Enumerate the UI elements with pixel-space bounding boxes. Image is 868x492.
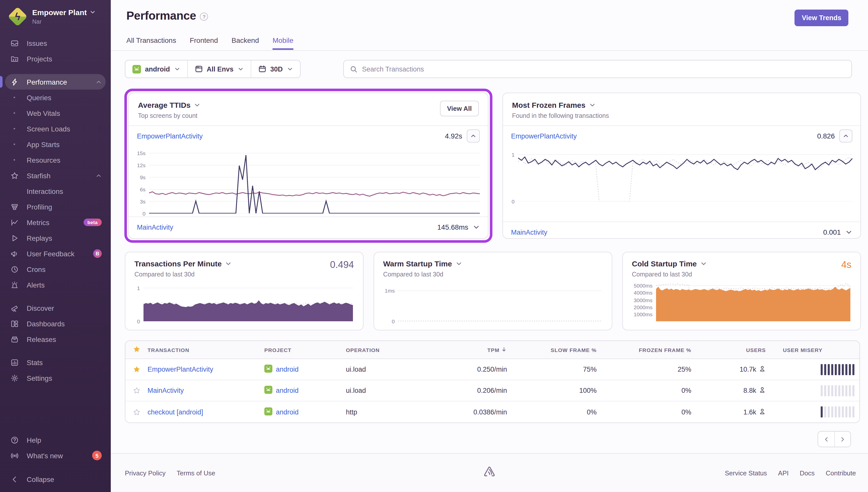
star-toggle[interactable] [125,366,148,373]
clock-icon [10,265,19,273]
frozen-frames-title-dropdown[interactable]: Most Frozen Frames [512,101,851,109]
column-header-OPERATION[interactable]: OPERATION [346,347,431,353]
transaction-link[interactable]: MainActivity [137,223,173,231]
sidebar-item-user-feedback[interactable]: User FeedbackB [5,246,106,261]
environment-filter[interactable]: All Envs [187,60,251,78]
tab-mobile[interactable]: Mobile [273,36,293,49]
expand-toggle-button[interactable] [845,229,852,236]
sidebar-item-app-starts[interactable]: App Starts [5,137,106,152]
sidebar-item-resources[interactable]: Resources [5,152,106,168]
search-input[interactable] [362,65,845,73]
warm-startup-title-dropdown[interactable]: Warm Startup Time [383,259,462,268]
org-switcher[interactable]: ϟ Empower Plant Nar [0,0,111,31]
sidebar-item-label: Performance [27,78,96,86]
sidebar-item-whats-new[interactable]: What's new5 [5,448,106,463]
frozen-frame-value: 25% [604,366,698,373]
project-link[interactable]: android [264,386,299,395]
help-question-icon[interactable]: ? [200,13,208,21]
view-trends-button[interactable]: View Trends [795,9,848,26]
prev-page-button[interactable] [818,432,834,447]
sidebar-item-queries[interactable]: Queries [5,90,106,105]
sidebar-item-profiling[interactable]: Profiling [5,199,106,215]
table-header: TRANSACTIONPROJECTOPERATIONTPMSLOW FRAME… [125,341,860,359]
org-name: Empower Plant [32,8,87,16]
tab-backend[interactable]: Backend [232,36,259,49]
chevron-down-icon [194,102,201,108]
sidebar-item-web-vitals[interactable]: Web Vitals [5,105,106,121]
footer-link-contribute[interactable]: Contribute [826,469,856,477]
footer-link-api[interactable]: API [778,469,789,477]
transaction-link[interactable]: EmpowerPlantActivity [148,366,213,373]
slow-frame-value: 0% [514,408,604,416]
column-header-star[interactable] [125,345,148,354]
star-toggle[interactable] [125,408,148,416]
sidebar-item-metrics[interactable]: Metricsbeta [5,215,106,230]
sidebar-item-dashboards[interactable]: Dashboards [5,316,106,331]
avg-ttids-title-dropdown[interactable]: Average TTIDs [138,101,440,109]
view-all-button[interactable]: View All [440,101,479,116]
sidebar-item-settings[interactable]: Settings [5,370,106,386]
sidebar-item-help[interactable]: Help [5,432,106,448]
user-misery-bars [773,385,860,396]
column-header-SLOW FRAME %[interactable]: SLOW FRAME % [514,347,604,353]
project-link[interactable]: android [264,407,299,417]
column-header-TRANSACTION[interactable]: TRANSACTION [148,347,264,353]
next-page-button[interactable] [834,432,850,447]
expand-toggle-button[interactable] [473,224,480,231]
sidebar-item-discover[interactable]: Discover [5,300,106,316]
column-header-FROZEN FRAME %[interactable]: FROZEN FRAME % [604,347,698,353]
sidebar-item-performance[interactable]: Performance [5,74,106,90]
sidebar-item-issues[interactable]: Issues [5,35,106,51]
tab-all-transactions[interactable]: All Transactions [126,36,176,49]
sidebar-item-releases[interactable]: Releases [5,331,106,347]
chevron-left-icon [10,475,19,484]
users-value: 1.6k [698,408,773,416]
sidebar-item-projects[interactable]: Projects [5,51,106,67]
footer-link-docs[interactable]: Docs [800,469,815,477]
footer-left-links: Privacy PolicyTerms of Use [125,454,215,492]
collapse-toggle-button[interactable] [467,129,480,143]
transaction-link[interactable]: EmpowerPlantActivity [137,132,203,140]
sidebar-item-starfish[interactable]: Starfish [5,168,106,183]
transaction-link[interactable]: MainActivity [148,387,184,394]
sidebar-item-crons[interactable]: Crons [5,261,106,277]
chevron-up-icon [96,172,102,178]
sidebar-item-alerts[interactable]: Alerts [5,277,106,293]
warm-startup-chart: 1ms0 [383,278,603,321]
footer-link-terms-of-use[interactable]: Terms of Use [177,469,215,477]
date-range-filter[interactable]: 30D [251,60,300,78]
sidebar-item-interactions[interactable]: Interactions [5,183,106,199]
bullet-icon [10,159,19,161]
column-header-USER MISERY[interactable]: USER MISERY [773,347,860,353]
chevron-down-icon [845,229,852,236]
sidebar-item-collapse[interactable]: Collapse [5,471,106,487]
project-link[interactable]: android [264,365,299,374]
tpm-title-dropdown[interactable]: Transactions Per Minute [134,259,232,268]
search-icon [350,65,357,73]
sidebar-item-screen-loads[interactable]: Screen Loads [5,121,106,137]
column-header-PROJECT[interactable]: PROJECT [264,347,346,353]
transaction-link[interactable]: EmpowerPlantActivity [511,132,577,140]
sidebar-item-label: Releases [27,335,102,343]
sidebar-item-replays[interactable]: Replays [5,230,106,246]
collapse-toggle-button[interactable] [839,129,852,143]
sidebar-item-stats[interactable]: Stats [5,354,106,370]
project-filter[interactable]: android [125,60,187,78]
help-icon [10,436,19,444]
transaction-link[interactable]: checkout [android] [148,408,203,416]
page-footer: Privacy PolicyTerms of Use Service Statu… [111,453,868,492]
cold-startup-value: 4s [841,259,851,270]
cold-startup-title-dropdown[interactable]: Cold Startup Time [632,259,707,268]
column-header-TPM[interactable]: TPM [431,346,514,353]
metrics-badge: beta [83,219,102,226]
frozen-frame-value: 0% [604,387,698,394]
footer-link-service-status[interactable]: Service Status [725,469,767,477]
star-toggle[interactable] [125,387,148,394]
footer-link-privacy-policy[interactable]: Privacy Policy [125,469,165,477]
transaction-link[interactable]: MainActivity [511,228,547,236]
sidebar-item-label: Dashboards [27,320,102,327]
column-header-USERS[interactable]: USERS [698,347,773,353]
tab-frontend[interactable]: Frontend [190,36,218,49]
sidebar-item-label: Discover [27,304,102,312]
sidebar-item-label: Help [27,436,102,444]
